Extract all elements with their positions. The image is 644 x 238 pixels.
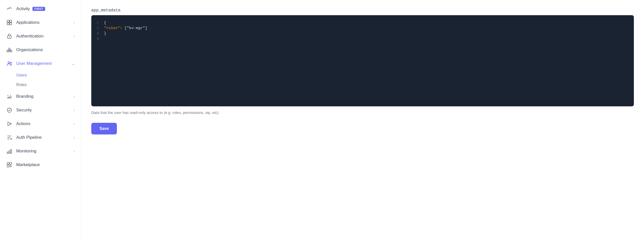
user-management-submenu: Users Roles xyxy=(0,70,81,90)
svg-point-16 xyxy=(10,95,11,95)
sidebar-item-auth-pipeline-label: Auth Pipeline xyxy=(16,135,42,140)
line-number-4: 4 xyxy=(91,37,104,41)
svg-rect-2 xyxy=(7,23,9,25)
sidebar-item-actions[interactable]: Actions › xyxy=(0,117,81,131)
svg-rect-0 xyxy=(7,20,9,22)
svg-point-18 xyxy=(11,138,12,140)
chevron-right-icon: › xyxy=(74,149,75,153)
security-icon xyxy=(6,107,13,113)
svg-point-5 xyxy=(9,37,10,37)
sidebar-item-organizations-label: Organizations xyxy=(16,47,43,52)
user-management-icon xyxy=(6,60,13,67)
svg-point-14 xyxy=(8,62,10,64)
sidebar-item-branding[interactable]: Branding › xyxy=(0,90,81,103)
chevron-right-icon: › xyxy=(74,122,75,126)
svg-rect-1 xyxy=(10,20,12,22)
sidebar-item-applications[interactable]: Applications › xyxy=(0,16,81,29)
monitoring-icon xyxy=(6,148,13,154)
svg-rect-22 xyxy=(7,163,9,165)
main-content: app_metadata 1 { 2 "roles": ["kv-mgr"] 3… xyxy=(81,0,644,238)
activity-icon xyxy=(6,6,13,12)
sidebar-item-user-management-label: User Management xyxy=(16,61,52,66)
code-line-3: 3 } xyxy=(91,31,634,36)
code-editor[interactable]: 1 { 2 "roles": ["kv-mgr"] 3 } 4 xyxy=(91,15,634,106)
sidebar: Activity FIRST Applications › Authentica… xyxy=(0,0,81,238)
sidebar-item-monitoring[interactable]: Monitoring › xyxy=(0,144,81,158)
sidebar-item-authentication[interactable]: Authentication › xyxy=(0,29,81,43)
chevron-right-icon: › xyxy=(74,34,75,38)
svg-rect-19 xyxy=(7,152,8,153)
sidebar-sub-item-users[interactable]: Users xyxy=(16,70,81,80)
sidebar-item-marketplace-label: Marketplace xyxy=(16,162,40,167)
code-line-2: 2 "roles": ["kv-mgr"] xyxy=(91,26,634,31)
auth-pipeline-icon xyxy=(6,134,13,141)
sidebar-item-security-label: Security xyxy=(16,108,32,113)
sidebar-item-branding-label: Branding xyxy=(16,94,33,99)
applications-icon xyxy=(6,19,13,26)
chevron-right-icon: › xyxy=(74,21,75,25)
sidebar-item-user-management[interactable]: User Management ⌄ xyxy=(0,57,81,70)
field-description: Data that the user has read-only access … xyxy=(91,110,634,115)
svg-rect-8 xyxy=(11,50,12,52)
authentication-icon xyxy=(6,33,13,39)
marketplace-icon xyxy=(6,162,13,168)
sidebar-item-actions-label: Actions xyxy=(16,121,30,126)
svg-rect-20 xyxy=(9,151,10,153)
sidebar-item-marketplace[interactable]: Marketplace xyxy=(0,158,81,172)
sidebar-item-applications-label: Applications xyxy=(16,20,40,25)
svg-point-15 xyxy=(10,62,12,64)
sidebar-item-activity-label: Activity xyxy=(16,6,30,11)
line-content-2: "roles": ["kv-mgr"] xyxy=(104,26,147,30)
chevron-right-icon: › xyxy=(74,94,75,98)
actions-icon xyxy=(6,121,13,127)
svg-rect-7 xyxy=(9,50,10,52)
save-button[interactable]: Save xyxy=(91,123,117,134)
sidebar-item-activity[interactable]: Activity FIRST xyxy=(0,2,81,16)
activity-badge: FIRST xyxy=(32,7,45,11)
svg-rect-24 xyxy=(7,165,9,167)
chevron-right-icon: › xyxy=(74,108,75,112)
line-number-1: 1 xyxy=(91,21,104,25)
line-content-3: } xyxy=(104,31,106,36)
svg-rect-3 xyxy=(10,23,12,25)
line-number-2: 2 xyxy=(91,26,104,30)
sidebar-item-security[interactable]: Security › xyxy=(0,103,81,117)
sidebar-item-auth-pipeline[interactable]: Auth Pipeline › xyxy=(0,131,81,144)
sidebar-item-organizations[interactable]: Organizations xyxy=(0,43,81,57)
organizations-icon xyxy=(6,47,13,53)
sidebar-item-authentication-label: Authentication xyxy=(16,34,44,39)
branding-icon xyxy=(6,93,13,100)
code-line-1: 1 { xyxy=(91,20,634,26)
chevron-right-icon: › xyxy=(74,135,75,140)
sidebar-sub-item-roles[interactable]: Roles xyxy=(16,80,81,90)
svg-rect-21 xyxy=(11,149,12,153)
svg-rect-9 xyxy=(9,48,10,50)
svg-rect-23 xyxy=(10,163,12,165)
sidebar-item-monitoring-label: Monitoring xyxy=(16,149,36,154)
code-line-4: 4 xyxy=(91,36,634,42)
line-number-3: 3 xyxy=(91,31,104,36)
chevron-down-icon: ⌄ xyxy=(72,62,75,66)
svg-rect-6 xyxy=(7,50,8,52)
line-content-1: { xyxy=(104,21,106,25)
field-label: app_metadata xyxy=(91,8,634,13)
